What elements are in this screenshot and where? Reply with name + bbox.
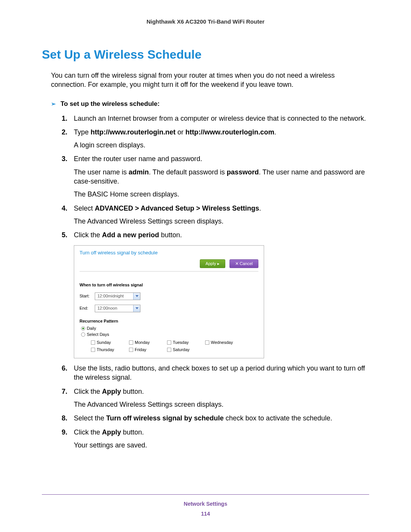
step-7-result: The Advanced Wireless Settings screen di…	[74, 400, 369, 409]
chk-monday[interactable]: Monday	[129, 339, 167, 346]
step-4-pre: Select	[74, 204, 95, 212]
chevron-down-icon	[133, 293, 140, 300]
radio-icon	[81, 326, 85, 331]
chk-friday[interactable]: Friday	[129, 346, 167, 353]
footer-section: Network Settings	[42, 501, 369, 507]
chk-sunday[interactable]: Sunday	[91, 339, 129, 346]
end-label: End:	[80, 305, 95, 311]
step-7-post: button.	[121, 388, 144, 395]
step-4: Select ADVANCED > Advanced Setup > Wirel…	[62, 204, 369, 226]
end-time-field: End: 12:00noon	[80, 305, 258, 312]
checkbox-icon	[205, 340, 209, 345]
ss-section-heading: When to turn off wireless signal	[80, 282, 258, 288]
step-5: Click the Add a new period button. Turn …	[62, 230, 369, 358]
step-9-pre: Click the	[74, 428, 102, 436]
step-9-button: Apply	[102, 428, 121, 436]
step-4-post: .	[259, 204, 261, 212]
step-7-button: Apply	[102, 388, 121, 395]
radio-daily[interactable]: Daily	[81, 326, 258, 331]
step-3-password: password	[227, 168, 259, 176]
step-9: Click the Apply button. Your settings ar…	[62, 428, 369, 450]
start-time-field: Start: 12:00midnight	[80, 292, 258, 300]
procedure-steps: Launch an Internet browser from a comput…	[62, 114, 369, 450]
step-4-path: ADVANCED > Advanced Setup > Wireless Set…	[95, 204, 259, 212]
step-3-detail-a: The user name is	[74, 168, 129, 176]
cancel-button[interactable]: ✕ Cancel	[229, 259, 258, 268]
step-6: Use the lists, radio buttons, and check …	[62, 364, 369, 382]
page-title: Set Up a Wireless Schedule	[42, 48, 369, 62]
step-1: Launch an Internet browser from a comput…	[62, 114, 369, 123]
step-3-admin: admin	[129, 168, 149, 176]
recurrence-heading: Recurrence Pattern	[80, 318, 258, 324]
day-label: Friday	[135, 347, 147, 353]
step-7-pre: Click the	[74, 388, 102, 395]
step-3-text: Enter the router user name and password.	[74, 155, 202, 163]
end-select-value: 12:00noon	[95, 305, 133, 311]
step-2: Type http://www.routerlogin.net or http:…	[62, 128, 369, 150]
days-grid: Sunday Monday Tuesday Wednesday Thursday…	[91, 339, 258, 353]
day-label: Monday	[135, 340, 150, 345]
page-footer: Network Settings 114	[42, 494, 369, 517]
intro-paragraph: You can turn off the wireless signal fro…	[51, 71, 369, 89]
checkbox-icon	[167, 348, 171, 352]
start-select[interactable]: 12:00midnight	[95, 292, 140, 300]
start-label: Start:	[80, 293, 95, 299]
step-2-result: A login screen displays.	[74, 141, 369, 150]
step-9-post: button.	[121, 428, 144, 436]
checkbox-icon	[167, 340, 171, 345]
footer-page-number: 114	[42, 511, 369, 517]
day-label: Saturday	[173, 347, 190, 353]
step-3: Enter the router user name and password.…	[62, 154, 369, 199]
step-8: Select the Turn off wireless signal by s…	[62, 414, 369, 423]
chevron-down-icon	[133, 305, 140, 312]
chk-thursday[interactable]: Thursday	[91, 346, 129, 353]
step-8-pre: Select the	[74, 414, 106, 422]
chk-tuesday[interactable]: Tuesday	[167, 339, 205, 346]
step-4-result: The Advanced Wireless Settings screen di…	[74, 217, 369, 226]
apply-button[interactable]: Apply ▸	[200, 259, 225, 268]
radio-select-days-label: Select Days	[87, 332, 109, 337]
step-5-pre: Click the	[74, 231, 102, 239]
radio-select-days[interactable]: Select Days	[81, 332, 258, 337]
checkbox-icon	[129, 348, 133, 352]
ss-button-row: Apply ▸ ✕ Cancel	[80, 258, 258, 272]
procedure-heading: To set up the wireless schedule:	[51, 100, 369, 108]
radio-daily-label: Daily	[87, 326, 96, 331]
day-label: Wednesday	[211, 340, 233, 345]
checkbox-icon	[129, 340, 133, 345]
chk-wednesday[interactable]: Wednesday	[205, 339, 243, 346]
end-select[interactable]: 12:00noon	[95, 305, 140, 312]
step-2-url-2: http://www.routerlogin.com	[185, 128, 274, 136]
step-3-detail: The user name is admin. The default pass…	[74, 168, 369, 186]
day-label: Tuesday	[173, 340, 189, 345]
start-select-value: 12:00midnight	[95, 293, 133, 299]
radio-icon	[81, 332, 85, 337]
step-2-text-pre: Type	[74, 128, 91, 136]
step-7: Click the Apply button. The Advanced Wir…	[62, 387, 369, 409]
step-5-post: button.	[159, 231, 182, 239]
checkbox-icon	[91, 348, 95, 352]
chk-saturday[interactable]: Saturday	[167, 346, 205, 353]
step-9-result: Your settings are saved.	[74, 441, 369, 450]
step-2-url-1: http://www.routerlogin.net	[91, 128, 175, 136]
step-2-text-post: .	[274, 128, 276, 136]
step-8-checkbox-name: Turn off wireless signal by schedule	[106, 414, 224, 422]
step-3-result: The BASIC Home screen displays.	[74, 190, 369, 199]
checkbox-icon	[91, 340, 95, 345]
page-header-product: Nighthawk X6 AC3200 Tri-Band WiFi Router	[42, 18, 369, 25]
day-label: Thursday	[97, 347, 114, 353]
ss-title: Turn off wireless signal by schedule	[80, 249, 258, 256]
embedded-screenshot: Turn off wireless signal by schedule App…	[74, 245, 264, 358]
day-label: Sunday	[97, 340, 111, 345]
step-3-detail-c: . The default password is	[149, 168, 227, 176]
step-8-post: check box to activate the schedule.	[224, 414, 332, 422]
step-2-text-mid: or	[175, 128, 185, 136]
step-5-button-name: Add a new period	[102, 231, 159, 239]
